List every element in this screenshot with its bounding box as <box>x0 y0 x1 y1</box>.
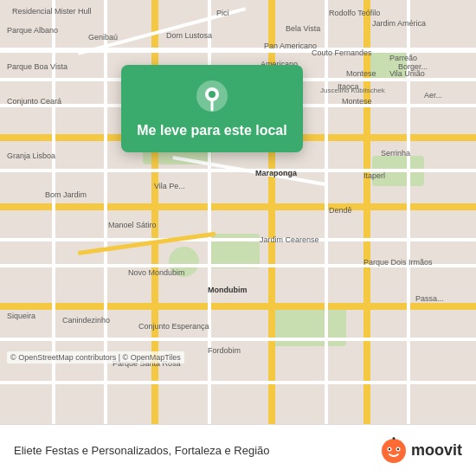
road-h2 <box>0 203 476 210</box>
map-label: Pan Americano <box>264 42 317 50</box>
street-v3 <box>208 0 211 424</box>
location-card[interactable]: Me leve para este local <box>121 65 303 152</box>
street-h7 <box>0 338 476 341</box>
map-label: Manoel Sátiro <box>108 221 157 229</box>
map-label: Vila Pe... <box>154 182 185 190</box>
svg-point-2 <box>209 91 215 98</box>
map-label: Dom Lustosa <box>166 31 212 40</box>
map-label: Juscelino Kubitschek <box>320 87 385 94</box>
map-label: Maraponga <box>255 169 297 177</box>
map-label: Dendê <box>329 206 352 215</box>
map-label: Canindezinho <box>62 316 110 325</box>
moovit-logo: moovit <box>380 437 462 465</box>
map-attribution: © OpenStreetMap contributors | © OpenMap… <box>7 351 184 363</box>
map-label: Rodolfo Teófilo <box>329 9 380 17</box>
map-label: Parque Dois Irmãos <box>363 258 433 267</box>
map-label: Novo Mondubim <box>128 268 185 277</box>
street-h5 <box>0 238 476 241</box>
map-label: Jardim América <box>372 19 426 28</box>
map-label: Pici <box>216 9 229 17</box>
map-label: Montese <box>342 97 372 106</box>
svg-point-7 <box>397 447 399 449</box>
map-label: Jardim Cearense <box>260 235 319 244</box>
street-h1 <box>0 48 476 53</box>
map-label: Aer... <box>424 91 442 100</box>
road-v3 <box>363 0 370 424</box>
map-label: Fordobim <box>208 346 241 355</box>
bottom-bar: Eliete Festas e Personalizados, Fortalez… <box>0 424 476 476</box>
map-label: Montese <box>346 69 376 78</box>
map-label: Parque Albano <box>7 26 58 35</box>
street-h8 <box>0 381 476 384</box>
map-label: Genibaú <box>88 33 118 42</box>
street-v4 <box>325 0 328 424</box>
svg-point-6 <box>389 447 390 449</box>
map-label: Serrinha <box>381 149 410 158</box>
card-label: Me leve para este local <box>137 122 286 140</box>
map-label: Granja Lisboa <box>7 151 55 160</box>
map-label: Passa... <box>415 294 444 303</box>
map-label: Parque Boa Vista <box>7 62 68 71</box>
moovit-brand-text: moovit <box>411 441 462 460</box>
map-label: Couto Fernandes <box>312 48 372 57</box>
map-container: Residencial Mister Hull Pici Rodolfo Teó… <box>0 0 476 424</box>
map-label: Parreão <box>389 54 417 62</box>
map-label: Bela Vista <box>286 24 320 33</box>
map-label: Bom Jardim <box>45 190 87 199</box>
moovit-face-icon <box>380 437 408 465</box>
map-label: Itaperl <box>363 171 385 180</box>
svg-point-9 <box>392 437 395 440</box>
map-label: Siqueira <box>7 312 35 320</box>
map-label: Mondubim <box>208 286 248 294</box>
map-label: Residencial Mister Hull <box>12 7 92 16</box>
pin-icon <box>195 79 229 113</box>
road-h3 <box>0 303 476 310</box>
map-label: Conjunto Ceará <box>7 97 61 106</box>
place-name: Eliete Festas e Personalizados, Fortalez… <box>14 444 380 457</box>
map-label: Vila União <box>389 69 425 78</box>
map-label: Conjunto Esperança <box>138 322 209 331</box>
